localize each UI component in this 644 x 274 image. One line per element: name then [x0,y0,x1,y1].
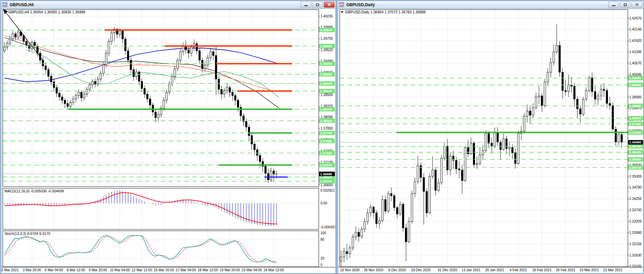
svg-text:9 Mar 20:00: 9 Mar 20:00 [89,268,107,272]
svg-text:1.37075: 1.37075 [320,163,332,167]
svg-text:1.34780: 1.34780 [629,186,642,189]
svg-text:1.35305: 1.35305 [629,175,642,178]
close-button[interactable] [324,2,335,8]
svg-text:GBPUSD,Daily 1.36894 1.37072: GBPUSD,Daily 1.36894 1.37072 1.36783 1.3… [345,10,426,14]
svg-text:1.36730: 1.36730 [320,179,332,183]
chart-area: 1.402351.399951.397551.395201.392801.390… [1,9,335,273]
svg-text:1.31630: 1.31630 [629,253,642,257]
svg-text:1.38260: 1.38260 [320,107,332,111]
svg-text:0.002921: 0.002921 [320,189,335,192]
chart-background [338,9,643,273]
minimize-button[interactable] [608,2,619,8]
svg-text:1.39755: 1.39755 [320,37,333,40]
svg-text:20: 20 [320,257,325,260]
mt4-workspace: { "colors": { "level_dashed_green": "#7c… [0,0,644,274]
svg-text:15 Mar 20:00: 15 Mar 20:00 [154,268,174,272]
svg-text:1.37850: 1.37850 [320,127,333,130]
svg-text:0.00: 0.00 [320,201,327,205]
svg-text:1.33730: 1.33730 [629,208,642,212]
svg-text:1.39000: 1.39000 [320,72,332,76]
svg-text:5 Mar 04:00: 5 Mar 04:00 [45,268,63,272]
window-title: GBPUSD,H4 [10,2,301,7]
svg-text:1.37330: 1.37330 [320,151,332,155]
svg-text:1.42145: 1.42145 [629,27,642,31]
h4-chart-canvas[interactable]: 1.402351.399951.397551.395201.392801.390… [2,9,335,273]
chart-window-icon [2,2,8,7]
svg-text:1.39880: 1.39880 [629,76,641,80]
svg-text:1.33205: 1.33205 [629,219,642,223]
svg-text:8 Mar 12:00: 8 Mar 12:00 [67,268,85,272]
svg-text:1.36888: 1.36888 [320,172,332,176]
svg-text:18 Dec 2020: 18 Dec 2020 [411,268,431,272]
svg-text:Stoch(13,3,3) 8.5704 9.3170: Stoch(13,3,3) 8.5704 9.3170 [4,231,50,236]
window-title: GBPUSD,Daily [346,2,608,7]
svg-text:1.39940: 1.39940 [320,28,332,32]
svg-text:1.39565: 1.39565 [629,83,641,87]
svg-text:1.34255: 1.34255 [629,197,642,201]
svg-text:80: 80 [320,238,325,241]
svg-text:0: 0 [320,263,323,267]
window-controls [301,2,335,8]
minimize-button[interactable] [301,2,311,8]
svg-text:1.39225: 1.39225 [320,62,332,65]
svg-text:1.40235: 1.40235 [320,14,333,18]
close-icon [635,3,639,7]
restore-icon [624,3,627,6]
svg-text:1.32155: 1.32155 [629,242,642,246]
window-titlebar[interactable]: GBPUSD,Daily [337,1,643,9]
close-icon [327,3,331,7]
window-titlebar[interactable]: GBPUSD,H4 [1,1,336,9]
svg-text:1.36700: 1.36700 [629,144,641,148]
svg-text:1.38565: 1.38565 [320,93,333,97]
svg-text:10 Mar 2021: 10 Mar 2021 [579,268,599,272]
svg-text:1.37585: 1.37585 [320,139,332,143]
svg-text:11 Mar 04:00: 11 Mar 04:00 [110,268,130,272]
svg-text:2 Mar 2021: 2 Mar 2021 [2,268,19,272]
restore-button[interactable] [312,2,323,8]
svg-text:12 Mar 12:00: 12 Mar 12:00 [132,268,152,272]
daily-chart-canvas[interactable]: 1.426701.421451.416201.410951.405701.400… [338,9,643,273]
svg-text:1.37755: 1.37755 [320,131,332,135]
svg-text:4 Feb 2021: 4 Feb 2021 [510,268,527,272]
minimize-icon [612,5,615,6]
svg-text:1.40570: 1.40570 [629,61,642,65]
restore-button[interactable] [620,2,631,8]
svg-text:1.39520: 1.39520 [320,48,333,52]
svg-text:1.36090: 1.36090 [629,157,641,161]
svg-text:1.41095: 1.41095 [629,50,642,54]
symbol-info-line: GBPUSD,Daily 1.36894 1.37072 1.36783 1.3… [341,10,426,14]
window-controls [608,2,642,8]
svg-text:-0.005497: -0.005497 [320,225,335,229]
svg-text:1.38585: 1.38585 [629,104,641,108]
svg-text:18 Mar 12:00: 18 Mar 12:00 [198,268,218,272]
svg-text:22 Mar 2021: 22 Mar 2021 [603,268,623,272]
svg-text:1.38010: 1.38010 [629,116,641,120]
svg-text:1.38995: 1.38995 [629,95,642,99]
svg-text:16 Nov 2020: 16 Nov 2020 [340,268,360,272]
symbol-info-line: GBPUSD,H4 1.36954 1.36955 1.36836 1.3688… [4,10,85,14]
chart-window-gbpusd-daily: GBPUSD,Daily 1.426701.421451.416201.4109… [337,1,644,274]
minimize-icon [304,5,308,6]
svg-text:19 Mar 20:00: 19 Mar 20:00 [220,268,240,272]
svg-text:1.42670: 1.42670 [629,16,642,20]
svg-text:24 Mar 12:00: 24 Mar 12:00 [264,268,284,272]
svg-text:1.36425: 1.36425 [629,150,641,154]
svg-text:26 Feb 2021: 26 Feb 2021 [556,268,576,272]
svg-text:3 Mar 20:00: 3 Mar 20:00 [23,268,41,272]
svg-text:13 Jan 2021: 13 Jan 2021 [462,268,481,272]
svg-text:25 Jan 2021: 25 Jan 2021 [485,268,504,272]
svg-text:1.41620: 1.41620 [629,39,642,43]
svg-text:MACD(12,26,9) -0.005030 -0.004: MACD(12,26,9) -0.005030 -0.004699 [4,189,64,193]
svg-text:16 Feb 2021: 16 Feb 2021 [532,268,552,272]
chart-area: 1.426701.421451.416201.410951.405701.400… [338,9,643,273]
svg-text:17 Mar 04:00: 17 Mar 04:00 [176,268,196,272]
svg-text:100: 100 [320,231,326,235]
svg-text:23 Mar 04:00: 23 Mar 04:00 [242,268,262,272]
close-button[interactable] [632,2,642,8]
svg-text:26 Nov 2020: 26 Nov 2020 [364,268,383,272]
svg-text:1.38645: 1.38645 [320,89,332,93]
chart-window-gbpusd-h4: GBPUSD,H4 1.402351.399951.397551.395201.… [0,1,336,274]
svg-text:1.35715: 1.35715 [629,166,641,169]
restore-icon [316,3,319,6]
svg-text:1.37345: 1.37345 [629,131,641,134]
